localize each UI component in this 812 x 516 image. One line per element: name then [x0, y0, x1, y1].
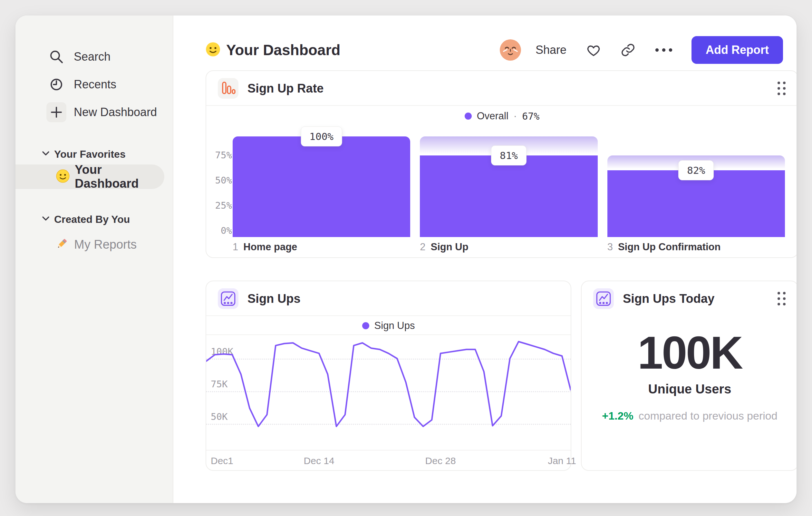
sidebar-item-your-dashboard[interactable]: Your Dashboard	[16, 164, 164, 189]
app-window: Search Recents New Dashboard	[16, 16, 796, 503]
search-icon	[46, 47, 67, 67]
legend-dot	[362, 322, 369, 329]
sidebar-item-label: Search	[74, 50, 111, 63]
share-button[interactable]: Share	[535, 43, 567, 57]
funnel-step-label: 2Sign Up	[420, 241, 598, 253]
line-legend[interactable]: Sign Ups	[206, 320, 571, 331]
more-options-ellipsis-icon[interactable]	[655, 48, 673, 52]
funnel-bars: 100%81%82%	[233, 136, 785, 237]
x-tick-label: Dec 14	[304, 455, 335, 466]
chevron-down-icon	[42, 216, 50, 222]
sign-ups-today-card: Sign Ups Today 100K Unique Users +1.2% c…	[581, 280, 796, 471]
y-tick-label: 75%	[215, 150, 232, 161]
legend-label: Overall	[477, 110, 509, 122]
big-number-label: Unique Users	[582, 382, 796, 396]
add-report-button[interactable]: Add Report	[692, 36, 783, 64]
copy-link-icon[interactable]	[620, 43, 635, 57]
x-tick-label: Jan 11	[548, 455, 576, 466]
legend-value: 67%	[522, 111, 540, 122]
sidebar-item-recents[interactable]: Recents	[16, 74, 173, 95]
card-title: Sign Ups Today	[623, 292, 714, 306]
sidebar-item-label: My Reports	[74, 238, 137, 251]
sidebar-item-label: Recents	[74, 78, 116, 91]
page-title: Your Dashboard	[226, 41, 340, 59]
y-tick-label: 50%	[215, 175, 232, 186]
legend-dot	[465, 113, 472, 120]
smiley-emoji	[56, 169, 69, 184]
big-number-value: 100K	[582, 326, 796, 379]
delta-note: compared to previous period	[639, 410, 778, 422]
legend-label: Sign Ups	[374, 320, 415, 331]
main-content: Your Dashboard Share	[174, 16, 796, 503]
card-title: Sign Up Rate	[248, 82, 323, 96]
smiley-emoji	[206, 42, 221, 58]
funnel-bar: 100%	[233, 136, 410, 237]
y-tick-label: 0%	[221, 225, 232, 236]
funnel-value-label: 100%	[301, 127, 342, 146]
sign-up-rate-card: Sign Up Rate Overall · 67% 75%50%25%0% 1…	[206, 70, 796, 258]
section-label: Created By You	[54, 214, 130, 225]
divider	[206, 316, 571, 316]
card-title: Sign Ups	[248, 292, 301, 306]
chevron-down-icon	[42, 151, 50, 157]
sidebar-section-your-favorites[interactable]: Your Favorites	[16, 147, 173, 161]
drag-handle-icon[interactable]	[778, 82, 786, 95]
line-chart-plot: 100K75K50K	[206, 334, 571, 451]
sidebar-item-label: New Dashboard	[74, 105, 157, 119]
bar-chart-icon	[218, 78, 238, 99]
sidebar-item-my-reports[interactable]: My Reports	[16, 232, 164, 257]
x-tick-label: Dec1	[211, 455, 233, 466]
drag-handle-icon[interactable]	[778, 292, 786, 305]
funnel-x-axis: 1Home page2Sign Up3Sign Up Confirmation	[233, 241, 785, 253]
sidebar: Search Recents New Dashboard	[16, 16, 173, 503]
delta-value: +1.2%	[602, 410, 633, 422]
y-tick-label: 25%	[215, 200, 232, 211]
clock-icon	[46, 74, 67, 95]
sidebar-item-label: Your Dashboard	[75, 163, 164, 191]
line-series	[206, 342, 571, 426]
funnel-step-label: 1Home page	[233, 241, 410, 253]
delta-row: +1.2% compared to previous period	[582, 410, 796, 422]
plus-icon	[46, 102, 67, 123]
pencil-emoji	[55, 237, 69, 252]
funnel-value-label: 81%	[491, 145, 526, 165]
sidebar-item-search[interactable]: Search	[16, 47, 173, 67]
favorite-heart-icon[interactable]	[586, 43, 601, 57]
section-label: Your Favorites	[54, 148, 126, 160]
legend-separator: ·	[514, 110, 517, 122]
divider	[206, 105, 796, 106]
avatar[interactable]	[499, 39, 521, 61]
funnel-bar: 82%	[607, 136, 785, 237]
funnel-step-label: 3Sign Up Confirmation	[607, 241, 785, 253]
funnel-y-axis: 75%50%25%0%	[213, 136, 232, 237]
sidebar-item-new-dashboard[interactable]: New Dashboard	[16, 102, 173, 123]
line-chart-icon	[218, 288, 238, 309]
x-tick-label: Dec 28	[425, 455, 456, 466]
funnel-value-label: 82%	[678, 160, 714, 180]
line-chart-icon	[593, 288, 614, 309]
funnel-bar: 81%	[420, 136, 598, 237]
sidebar-section-created-by-you[interactable]: Created By You	[16, 212, 173, 226]
page-header: Your Dashboard Share	[206, 32, 783, 68]
sign-ups-card: Sign Ups Sign Ups 100K75K50K Dec1Dec 14D…	[206, 280, 571, 471]
line-x-axis: Dec1Dec 14Dec 28Jan 11	[206, 455, 571, 468]
funnel-legend[interactable]: Overall · 67%	[206, 110, 796, 122]
